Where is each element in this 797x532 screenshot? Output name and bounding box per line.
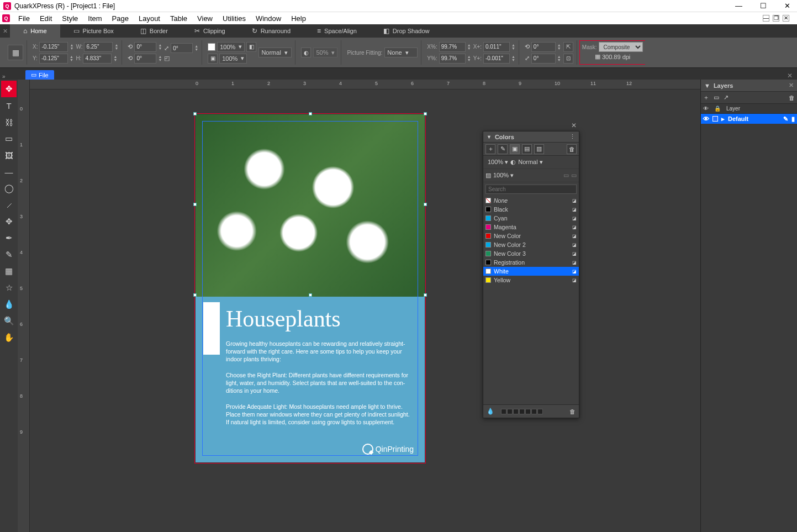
corner-icon[interactable]: ◰ [164, 55, 170, 62]
menu-item[interactable]: Item [83, 14, 107, 23]
blend-mode-select[interactable]: Normal ▾ [258, 48, 292, 57]
color-item[interactable]: New Color 3◪ [483, 249, 579, 258]
table-tool[interactable]: ▦ [1, 263, 17, 280]
shade-icon[interactable]: ◐ [301, 48, 311, 57]
spinner-icon[interactable]: ▲▼ [511, 44, 515, 50]
fit-box-icon[interactable]: ⇱ [563, 42, 573, 52]
spinner-icon[interactable]: ▲▼ [114, 44, 118, 50]
merge-layer-icon[interactable]: ▭ [714, 94, 719, 101]
menu-style[interactable]: Style [57, 14, 83, 23]
image-tool[interactable]: 🖼 [1, 147, 17, 164]
color-item[interactable]: Cyan◪ [483, 214, 579, 223]
pic-rotate-input[interactable] [531, 42, 556, 52]
mdi-restore[interactable]: ❐ [773, 15, 779, 22]
horizontal-ruler[interactable]: 0 1 2 3 4 5 6 7 8 9 10 11 12 [30, 80, 700, 89]
menu-layout[interactable]: Layout [134, 14, 165, 23]
mask-select[interactable]: Composite [599, 42, 643, 52]
picture-fitting-select[interactable]: None ▾ [384, 48, 418, 57]
drag-tool[interactable]: ✥ [1, 213, 17, 230]
layers-close-icon[interactable]: ✕ [789, 82, 794, 89]
document-tab[interactable]: ▭File [25, 70, 54, 80]
rectangle-tool[interactable]: ▭ [1, 130, 17, 147]
gradient-icon[interactable]: ▨ [485, 172, 491, 179]
spinner-icon[interactable]: ▲▼ [113, 55, 117, 62]
collapse-icon[interactable]: ▼ [487, 134, 492, 140]
hand-tool[interactable]: ✋ [1, 329, 17, 346]
collapse-icon[interactable]: ▼ [704, 82, 710, 89]
spinner-icon[interactable]: ▲▼ [511, 55, 515, 62]
bezier-tool[interactable]: ⟋ [1, 197, 17, 213]
menu-table[interactable]: Table [165, 14, 192, 23]
skew-input[interactable] [171, 43, 193, 53]
colors-panel[interactable]: ✕ ▼Colors⋮ ＋ ✎ ▣ ▤ ▥ 🗑 100% ▾ ◐ Normal ▾ [483, 131, 579, 418]
color-item[interactable]: New Color◪ [483, 231, 579, 240]
color-item[interactable]: Registration◪ [483, 258, 579, 267]
picker-icon[interactable]: ◧ [246, 42, 256, 52]
spinner-icon[interactable]: ▲▼ [467, 44, 471, 50]
star-tool[interactable]: ☆ [1, 280, 17, 296]
strip-close-icon[interactable]: ✕ [783, 72, 797, 80]
panel-menu-icon[interactable]: ⋮ [569, 133, 576, 140]
mdi-minimize[interactable]: — [763, 15, 769, 22]
zoom-tool[interactable]: 🔍 [1, 313, 17, 329]
line-tool[interactable]: ― [1, 164, 17, 180]
xoffset-input[interactable] [483, 42, 510, 52]
vertical-ruler[interactable]: 0 1 2 3 4 5 6 7 8 9 [18, 80, 30, 532]
color-item[interactable]: Black◪ [483, 205, 579, 214]
menu-view[interactable]: View [192, 14, 218, 23]
ellipse-tool[interactable]: ◯ [1, 180, 17, 197]
shade-select[interactable]: 50% ▾ [313, 48, 337, 57]
w-input[interactable] [84, 42, 113, 52]
frame-swatch-icon[interactable]: ▣ [208, 54, 218, 64]
pen-tool[interactable]: ✒ [1, 230, 17, 246]
edit-color-icon[interactable]: ✎ [498, 144, 508, 154]
spinner-icon[interactable]: ▲▼ [70, 44, 73, 50]
tab-picture-box[interactable]: ▭Picture Box [60, 24, 127, 38]
strip-chevron-icon[interactable]: » [2, 73, 6, 80]
tab-home[interactable]: ⌂Home [10, 24, 60, 38]
spinner-icon[interactable]: ▲▼ [194, 45, 198, 51]
layer-trash-icon[interactable]: 🗑 [789, 94, 795, 101]
menu-help[interactable]: Help [286, 14, 311, 23]
menu-edit[interactable]: Edit [35, 14, 57, 23]
rotate-input[interactable] [134, 42, 156, 52]
move-tool[interactable]: ✥ [1, 81, 17, 97]
tab-space-align[interactable]: ≡Space/Align [304, 24, 370, 38]
mdi-close[interactable]: ✕ [783, 15, 789, 22]
color-search-input[interactable] [485, 185, 577, 194]
spinner-icon[interactable]: ▲▼ [557, 44, 561, 50]
opacity-select[interactable]: 100% ▾ [217, 42, 245, 52]
add-color-icon[interactable]: ＋ [485, 144, 495, 154]
color-opacity-select[interactable]: 100% ▾ [488, 159, 508, 166]
color-item[interactable]: None◪ [483, 196, 579, 205]
panel-close-icon[interactable]: ✕ [571, 122, 577, 129]
thumbnail-grid-icon[interactable]: ▦ [8, 45, 23, 60]
xpercent-input[interactable] [439, 42, 466, 52]
color-item[interactable]: White◪ [483, 267, 579, 276]
color-item[interactable]: Magenta◪ [483, 223, 579, 231]
spinner-icon[interactable]: ▲▼ [70, 55, 73, 62]
trash-icon[interactable]: 🗑 [567, 144, 577, 154]
link-tool[interactable]: ⛓ [1, 114, 17, 130]
menu-utilities[interactable]: Utilities [218, 14, 251, 23]
text-tool[interactable]: T [1, 97, 17, 114]
move-layer-icon[interactable]: ↗ [724, 94, 729, 101]
color-opacity-2-select[interactable]: 100% ▾ [493, 172, 514, 179]
frame-mode-icon[interactable]: ▣ [510, 144, 520, 154]
text-mode-icon[interactable]: ▥ [534, 144, 544, 154]
ribbon-close-icon[interactable]: ✕ [0, 28, 10, 35]
colors-panel-header[interactable]: ▼Colors⋮ [483, 131, 579, 143]
add-layer-icon[interactable]: ＋ [703, 93, 709, 102]
tab-border[interactable]: ◫Border [127, 24, 181, 38]
tab-drop-shadow[interactable]: ◧Drop Shadow [370, 24, 443, 38]
edit-layer-icon[interactable]: ✎ [783, 115, 788, 123]
yoffset-input[interactable] [483, 54, 510, 64]
menu-file[interactable]: File [13, 14, 35, 23]
tab-clipping[interactable]: ✂Clipping [181, 24, 239, 38]
eyedropper-icon[interactable]: 💧 [487, 408, 494, 415]
visibility-icon[interactable]: 👁 [703, 115, 709, 122]
menu-page[interactable]: Page [107, 14, 134, 23]
spinner-icon[interactable]: ▲▼ [158, 44, 162, 50]
spinner-icon[interactable]: ▲▼ [158, 55, 162, 62]
spinner-icon[interactable]: ▲▼ [557, 55, 561, 62]
